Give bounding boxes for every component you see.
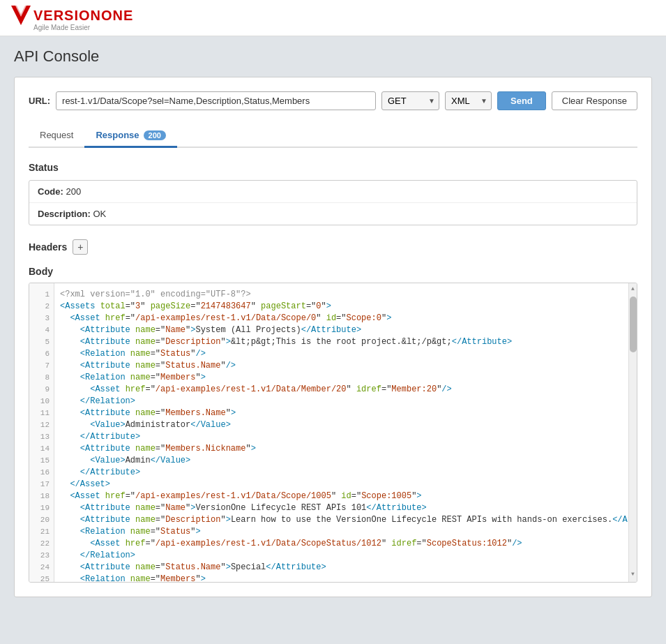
line-number: 1: [29, 289, 54, 301]
format-select-wrapper: XML JSON ▼: [445, 91, 492, 110]
status-code-row: Code: 200: [29, 181, 637, 203]
code-line: <Attribute name="Status.Name">Special</A…: [54, 562, 628, 574]
format-select[interactable]: XML JSON: [445, 91, 492, 110]
line-number: 19: [29, 502, 54, 514]
line-number: 6: [29, 348, 54, 360]
code-line: </Relation>: [54, 396, 628, 407]
code-line: <?xml version="1.0" encoding="UTF-8"?>: [54, 289, 628, 301]
status-box: Code: 200 Description: OK: [29, 180, 637, 225]
code-container: 1234567891011121314151617181920212223242…: [29, 283, 637, 583]
code-line: <Attribute name="Description">Learn how …: [54, 514, 628, 526]
headers-title-row: Headers +: [29, 239, 637, 255]
line-number: 2: [29, 301, 54, 313]
code-line: </Asset>: [54, 479, 628, 491]
line-number: 18: [29, 491, 54, 502]
code-line: </Attribute>: [54, 467, 628, 479]
scroll-down-arrow[interactable]: ▼: [631, 569, 635, 579]
logo: VERSIONONE Agile Made Easier: [11, 6, 133, 31]
line-number: 21: [29, 526, 54, 538]
api-console-card: URL: GET POST PUT DELETE ▼ XML JSON ▼ Se…: [14, 77, 652, 597]
main-content: API Console URL: GET POST PUT DELETE ▼ X…: [0, 36, 666, 608]
logo-top: VERSIONONE: [11, 6, 133, 25]
code-line: <Relation name="Status">: [54, 526, 628, 538]
code-line: </Relation>: [54, 550, 628, 562]
status-description-row: Description: OK: [29, 203, 637, 225]
line-number: 24: [29, 562, 54, 574]
add-header-button[interactable]: +: [73, 239, 88, 255]
headers-section: Headers +: [29, 239, 637, 255]
scrollbar-thumb[interactable]: [630, 297, 637, 352]
code-line: <Value>Administrator</Value>: [54, 419, 628, 431]
line-number: 20: [29, 514, 54, 526]
code-line: <Attribute name="Members.Nickname">: [54, 443, 628, 455]
scroll-up-arrow[interactable]: ▲: [631, 283, 635, 294]
code-line: <Asset href="/api-examples/rest-1.v1/Dat…: [54, 384, 628, 396]
code-line: <Relation name="Status"/>: [54, 348, 628, 360]
code-line: <Attribute name="Name">VersionOne Lifecy…: [54, 502, 628, 514]
line-number: 3: [29, 313, 54, 324]
logo-text: VERSIONONE: [33, 8, 133, 24]
line-number: 8: [29, 372, 54, 384]
code-line: <Relation name="Members">: [54, 574, 628, 582]
tabs: Request Response 200: [29, 124, 637, 148]
code-line: <Relation name="Members">: [54, 372, 628, 384]
line-number: 14: [29, 443, 54, 455]
line-number: 9: [29, 384, 54, 396]
line-number: 25: [29, 574, 54, 582]
clear-response-button[interactable]: Clear Response: [552, 91, 637, 110]
line-number: 10: [29, 396, 54, 407]
code-line: <Assets total="3" pageSize="2147483647" …: [54, 301, 628, 313]
logo-icon: [11, 6, 31, 25]
code-line: </Attribute>: [54, 431, 628, 443]
page-title: API Console: [14, 47, 652, 66]
line-number: 4: [29, 324, 54, 336]
status-description-value: OK: [93, 209, 106, 219]
line-number: 13: [29, 431, 54, 443]
tab-response-label: Response: [96, 130, 139, 140]
line-number: 17: [29, 479, 54, 491]
code-line: <Attribute name="Name">System (All Proje…: [54, 324, 628, 336]
url-label: URL:: [29, 96, 50, 106]
line-number: 12: [29, 419, 54, 431]
code-line: <Asset href="/api-examples/rest-1.v1/Dat…: [54, 538, 628, 550]
headers-section-title: Headers: [29, 241, 67, 253]
line-number: 11: [29, 407, 54, 419]
url-input[interactable]: [56, 91, 376, 110]
status-code-value: 200: [66, 186, 81, 197]
tab-request[interactable]: Request: [29, 124, 84, 148]
code-line: <Asset href="/api-examples/rest-1.v1/Dat…: [54, 313, 628, 324]
code-line: <Attribute name="Description">&lt;p&gt;T…: [54, 336, 628, 348]
line-numbers: 1234567891011121314151617181920212223242…: [29, 283, 54, 582]
line-number: 23: [29, 550, 54, 562]
code-line: <Attribute name="Members.Name">: [54, 407, 628, 419]
code-line: <Asset href="/api-examples/rest-1.v1/Dat…: [54, 491, 628, 502]
send-button[interactable]: Send: [497, 91, 546, 110]
header: VERSIONONE Agile Made Easier: [0, 0, 666, 36]
scrollbar[interactable]: ▲ ▼: [628, 283, 637, 582]
code-line: <Attribute name="Status.Name"/>: [54, 360, 628, 372]
tab-response[interactable]: Response 200: [84, 124, 177, 148]
tab-response-badge: 200: [144, 130, 166, 140]
method-select-wrapper: GET POST PUT DELETE ▼: [381, 91, 439, 110]
line-number: 22: [29, 538, 54, 550]
line-number: 7: [29, 360, 54, 372]
tab-request-label: Request: [40, 130, 73, 140]
code-line: <Value>Admin</Value>: [54, 455, 628, 467]
line-number: 15: [29, 455, 54, 467]
method-select[interactable]: GET POST PUT DELETE: [381, 91, 439, 110]
code-content[interactable]: <?xml version="1.0" encoding="UTF-8"?><A…: [54, 283, 628, 582]
status-code-label: Code:: [38, 186, 63, 197]
status-description-label: Description:: [38, 209, 91, 219]
line-number: 5: [29, 336, 54, 348]
body-section-title: Body: [29, 266, 637, 277]
body-section: Body 12345678910111213141516171819202122…: [29, 266, 637, 583]
url-bar: URL: GET POST PUT DELETE ▼ XML JSON ▼ Se…: [29, 91, 637, 110]
line-number: 16: [29, 467, 54, 479]
logo-tagline: Agile Made Easier: [33, 24, 90, 31]
status-section-title: Status: [29, 162, 637, 173]
